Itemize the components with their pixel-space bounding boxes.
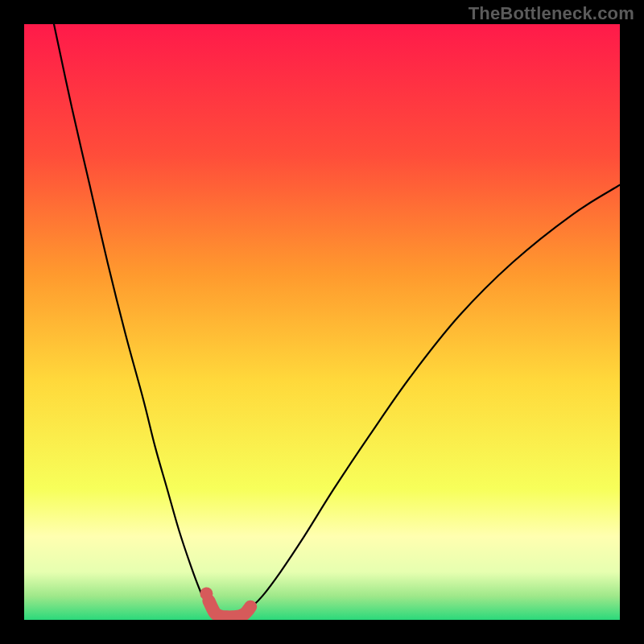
watermark-text: TheBottleneck.com — [469, 3, 634, 24]
chart-frame: TheBottleneck.com — [0, 0, 644, 644]
chart-svg — [24, 24, 620, 620]
gradient-background — [24, 24, 620, 620]
valley-lead-dot — [200, 587, 213, 600]
plot-area — [24, 24, 620, 620]
